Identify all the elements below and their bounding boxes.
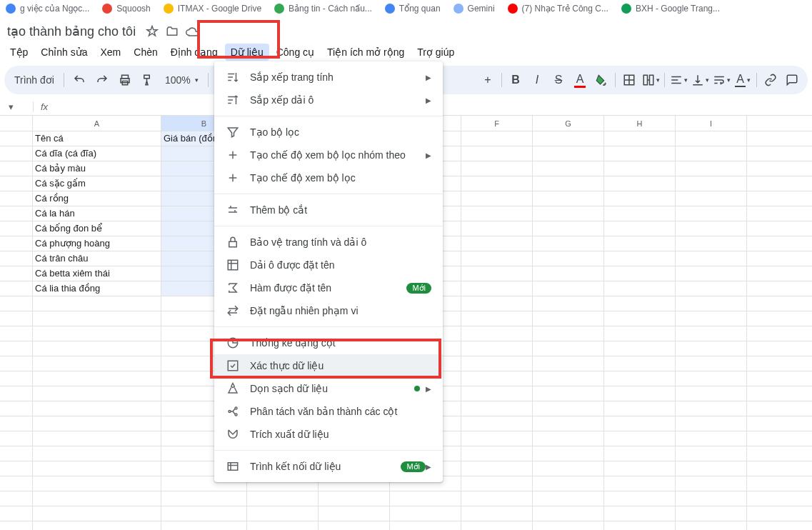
menu-dữ-liệu[interactable]: Dữ liệu	[225, 44, 269, 61]
cell[interactable]	[676, 461, 747, 476]
cell[interactable]	[533, 521, 604, 530]
cell[interactable]	[461, 176, 533, 191]
menu-item-x-c-th-c-d-li-u[interactable]: Xác thực dữ liệu	[214, 354, 443, 377]
redo-button[interactable]	[92, 70, 112, 90]
row-header[interactable]	[0, 326, 33, 341]
cell[interactable]	[604, 461, 676, 476]
cell[interactable]	[604, 176, 676, 191]
cell[interactable]	[533, 356, 604, 371]
cell[interactable]	[461, 386, 533, 401]
cell[interactable]	[604, 401, 676, 416]
cell[interactable]	[390, 491, 461, 506]
cell[interactable]	[604, 206, 676, 221]
menu-item-d-i-c-t-t-n[interactable]: Dải ô được đặt tên	[214, 254, 443, 276]
menu-item-d-n-s-ch-d-li-u[interactable]: Dọn sạch dữ liệu▶	[214, 377, 443, 400]
cell[interactable]	[676, 221, 747, 236]
cell[interactable]	[461, 236, 533, 251]
cell[interactable]	[319, 491, 390, 506]
row-header[interactable]	[0, 416, 33, 431]
cell[interactable]	[33, 461, 161, 476]
cell[interactable]	[461, 476, 533, 491]
row-header[interactable]	[0, 341, 33, 356]
cell[interactable]: Cá bảy màu	[33, 161, 161, 176]
cell[interactable]	[604, 191, 676, 206]
cell[interactable]	[604, 236, 676, 251]
cell[interactable]	[33, 371, 161, 386]
cell[interactable]: Cá betta xiêm thái	[33, 266, 161, 281]
cell[interactable]	[676, 371, 747, 386]
cell[interactable]	[533, 221, 604, 236]
row-header[interactable]	[0, 311, 33, 326]
cell[interactable]	[33, 521, 161, 530]
cell[interactable]	[604, 131, 676, 146]
cell[interactable]	[533, 431, 604, 446]
cell[interactable]	[533, 446, 604, 461]
menu-item-h-m-c-t-t-n[interactable]: Hàm được đặt tênMới	[214, 276, 443, 299]
cell[interactable]	[461, 221, 533, 236]
cell[interactable]	[247, 491, 319, 506]
cell[interactable]	[676, 251, 747, 266]
row-header[interactable]	[0, 236, 33, 251]
cell[interactable]	[604, 356, 676, 371]
menu-item-th-ng-k-d-ng-c-t[interactable]: Thống kê dạng cột	[214, 331, 443, 354]
toolbar-mode[interactable]: Trình đơi	[10, 74, 59, 86]
cell[interactable]	[461, 281, 533, 296]
menu-tệp[interactable]: Tệp	[4, 44, 34, 61]
paint-format-button[interactable]	[138, 70, 158, 90]
cell[interactable]	[533, 146, 604, 161]
text-color-button[interactable]: A	[570, 70, 590, 90]
column-header[interactable]: I	[676, 116, 747, 131]
row-header[interactable]	[0, 506, 33, 521]
cell[interactable]	[604, 491, 676, 506]
cell[interactable]	[604, 161, 676, 176]
cell[interactable]	[533, 461, 604, 476]
cell[interactable]	[604, 446, 676, 461]
wrap-button[interactable]	[711, 70, 731, 90]
cell[interactable]	[319, 521, 390, 530]
cell[interactable]	[33, 311, 161, 326]
move-icon[interactable]	[166, 25, 179, 38]
cell[interactable]: Tên cá	[33, 131, 161, 146]
cell[interactable]	[461, 341, 533, 356]
cell[interactable]	[533, 371, 604, 386]
cell[interactable]	[33, 341, 161, 356]
cell[interactable]	[461, 146, 533, 161]
cell[interactable]	[676, 206, 747, 221]
row-header[interactable]	[0, 401, 33, 416]
menu-item-tr-ch-xu-t-d-li-u[interactable]: Trích xuất dữ liệu	[214, 423, 443, 446]
cell[interactable]	[604, 476, 676, 491]
menu-item-b-o-v-trang-t-nh-v-d-i-[interactable]: Bảo vệ trang tính và dải ô	[214, 231, 443, 254]
star-icon[interactable]	[146, 25, 159, 38]
cell[interactable]	[676, 356, 747, 371]
cell[interactable]	[604, 281, 676, 296]
zoom-selector[interactable]: 100%	[161, 74, 203, 86]
cell[interactable]	[461, 251, 533, 266]
menu-item--t-ng-u-nhi-n-ph-m-vi[interactable]: Đặt ngẫu nhiên phạm vi	[214, 299, 443, 322]
cell[interactable]	[533, 386, 604, 401]
cell[interactable]	[247, 506, 319, 521]
strikethrough-button[interactable]: S	[548, 70, 568, 90]
cell[interactable]	[461, 191, 533, 206]
bookmark-item[interactable]: Bảng tin - Cách nấu...	[274, 4, 372, 14]
cell[interactable]	[161, 491, 247, 506]
cell[interactable]	[676, 491, 747, 506]
merge-button[interactable]	[641, 70, 661, 90]
cell[interactable]	[676, 386, 747, 401]
cell[interactable]	[604, 296, 676, 311]
cell[interactable]	[533, 206, 604, 221]
cell[interactable]	[604, 326, 676, 341]
menu-xem[interactable]: Xem	[95, 44, 127, 61]
row-header[interactable]	[0, 521, 33, 530]
cell[interactable]	[533, 476, 604, 491]
cell[interactable]	[676, 446, 747, 461]
link-button[interactable]	[761, 70, 781, 90]
menu-item-t-o-ch-xem-b-l-c[interactable]: Tạo chế độ xem bộ lọc	[214, 166, 443, 189]
valign-button[interactable]	[690, 70, 710, 90]
menu-item-tr-nh-k-t-n-i-d-li-u[interactable]: Trình kết nối dữ liệuMới▶	[214, 455, 443, 478]
cell[interactable]	[33, 296, 161, 311]
cell[interactable]	[604, 506, 676, 521]
cell[interactable]	[33, 356, 161, 371]
menu-trợ-giúp[interactable]: Trợ giúp	[411, 44, 460, 61]
cell[interactable]	[461, 416, 533, 431]
print-button[interactable]	[115, 70, 135, 90]
